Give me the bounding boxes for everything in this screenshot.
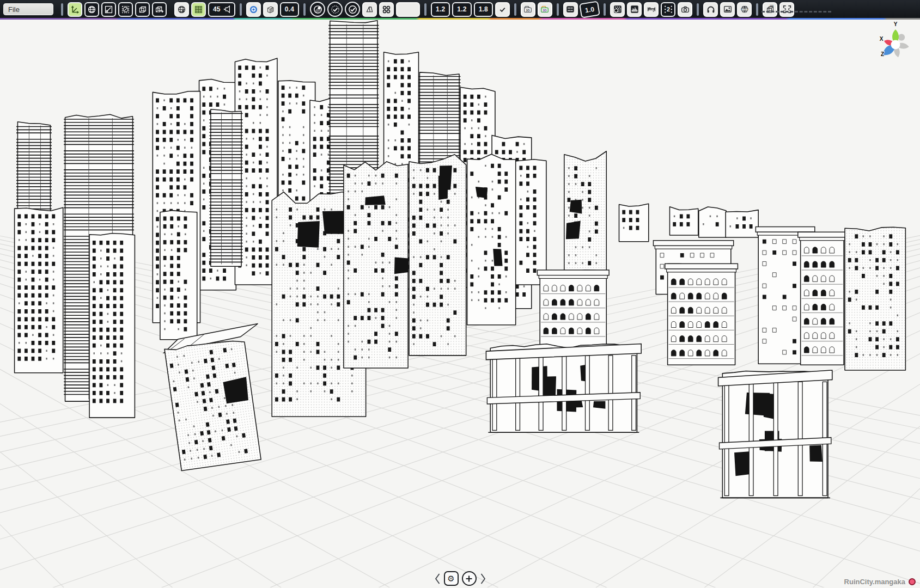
fov-value: 45 [213,5,221,13]
axes-mode-button[interactable] [68,2,82,17]
axis-neg-z[interactable] [898,34,905,40]
audio-button[interactable] [703,2,718,17]
histogram-icon [630,4,639,14]
four-rings-icon [382,5,391,14]
gizmo-center[interactable] [891,40,900,50]
shading-sphere-button[interactable] [310,2,325,17]
line-width-button-1[interactable]: 1.2 [431,2,450,17]
image-export-button[interactable] [720,2,735,17]
folder-3d-color-icon: 3D [540,4,550,14]
check-icon [498,5,507,14]
toolbar-divider [697,3,699,16]
export-3d-color-button[interactable]: 3D [538,2,552,17]
folder-3d-icon: 3D [523,4,533,14]
globe-icon [87,5,96,14]
add-object-button[interactable] [462,571,477,586]
building [344,162,409,368]
building [845,227,905,370]
dots-group-button[interactable] [379,2,394,17]
building [15,207,63,373]
bottom-navbar: ⚙ [434,571,486,586]
statusbar: RuinCity.mangaka [844,578,916,586]
building [162,323,277,470]
app-window: File [0,0,920,588]
apply-check-button[interactable] [495,2,510,17]
fullscreen-button[interactable] [779,2,794,17]
paper-swatch-button[interactable] [396,2,420,17]
numbered-cube-button[interactable]: 123 [763,2,777,17]
building [89,234,135,418]
cube-wireframe-icon [138,5,147,14]
headphones-icon [706,4,716,14]
scene-canvas[interactable] [0,18,920,587]
bed-cursor-icon [647,4,656,14]
solid-cube-button[interactable] [263,2,278,17]
plus-icon [465,575,473,583]
building [537,270,609,348]
target-icon [249,5,258,14]
web-button[interactable]: www [737,2,752,17]
halftone-button[interactable] [610,2,625,17]
furniture-place-button[interactable] [644,2,659,17]
next-page-button[interactable] [480,573,486,585]
line-width-value-2: 1.2 [457,5,466,13]
circle-select-icon [121,5,130,14]
svg-text:www: www [741,8,748,11]
building [699,207,726,237]
svg-text:123: 123 [770,4,774,7]
settings-button[interactable]: ⚙ [444,571,459,586]
export-3d-button[interactable]: 3D [521,2,535,17]
file-menu-button[interactable]: File [3,3,53,15]
axis-y-label: Y [894,21,898,27]
globe-texture-button[interactable] [174,2,189,17]
offset-value-button[interactable]: 0.4 [280,2,299,17]
building [209,109,242,267]
globe-view-button[interactable] [84,2,99,17]
focus-target-button[interactable] [246,2,261,17]
confirm-check-button[interactable] [345,2,360,17]
axis-x-label: X [880,36,884,42]
grid-toggle-button[interactable] [191,2,206,17]
axis-z-label: Z [881,51,884,57]
draw-line-button[interactable] [101,2,116,17]
building [160,211,197,340]
axis-gizmo[interactable]: Y X Z [872,19,919,66]
scale-value: 1.0 [584,5,595,14]
abacus-rows-button[interactable] [563,2,578,17]
cube-wireframe-button[interactable] [135,2,150,17]
toolbar-divider [303,3,306,16]
prev-page-button[interactable] [434,573,441,585]
line-width-button-3[interactable]: 1.8 [474,2,493,17]
image-icon [723,4,733,14]
building [619,204,649,241]
current-file-name: RuinCity.mangaka [844,578,905,586]
frame-number-button[interactable]: 2 [661,2,675,17]
cube-123-icon: 123 [765,4,775,14]
building [564,151,606,277]
prism-icon [365,5,374,14]
sketch-check-icon [330,4,340,15]
prism-button[interactable] [362,2,377,17]
cube-edit-button[interactable] [152,2,167,17]
camera-fov-icon [222,5,230,14]
fov-angle-button[interactable]: 45 [208,2,235,17]
scale-value-button[interactable]: 1.0 [579,1,600,18]
line-width-button-2[interactable]: 1.2 [452,2,471,17]
histogram-button[interactable] [627,2,642,17]
sketch-check-button[interactable] [327,2,343,17]
camera-capture-button[interactable] [678,2,692,17]
halftone-icon [613,4,623,14]
globe-icon [177,5,186,14]
building [726,210,758,237]
toolbar-divider [557,3,559,16]
svg-text:3D: 3D [543,9,547,12]
circle-select-button[interactable] [118,2,133,17]
abacus-icon [565,4,575,14]
city-buildings [15,21,906,498]
toolbar-divider [424,3,427,16]
building [669,207,698,235]
filmstrip-icon: 2 [663,4,673,14]
check-circle-icon [348,4,358,15]
toolbar-drag-handle[interactable] [761,11,831,13]
building [798,232,846,365]
